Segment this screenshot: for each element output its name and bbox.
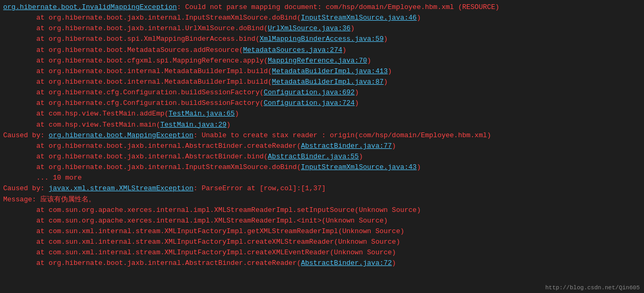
stack-text: : ParseError at [row,col]:[1,37] [193,184,326,192]
stack-link[interactable]: InputStreamXmlSource.java:46 [301,14,417,22]
console-line: Caused by: javax.xml.stream.XMLStreamExc… [3,183,641,194]
stack-text: at org.hibernate.boot.spi.XmlMappingBind… [3,35,260,43]
console-line: at org.hibernate.boot.internal.MetadataB… [3,66,641,77]
console-line: at org.hibernate.boot.jaxb.internal.Abst… [3,141,641,152]
stack-text: at com.hsp.view.TestMain.addEmp( [3,110,169,118]
console-line: at com.hsp.view.TestMain.main(TestMain.j… [3,120,641,130]
stack-text: at com.sun.org.apache.xerces.internal.im… [3,217,388,225]
stack-text: at org.hibernate.boot.jaxb.internal.Abst… [3,142,301,150]
console-line: org.hibernate.boot.InvalidMappingExcepti… [3,2,641,13]
stack-text: ) [235,110,239,118]
console-line: at org.hibernate.boot.jaxb.internal.Inpu… [3,13,641,23]
stack-text: at org.hibernate.boot.jaxb.internal.Abst… [3,153,268,161]
console-line: at com.hsp.view.TestMain.addEmp(TestMain… [3,109,641,119]
stack-text: at org.hibernate.boot.cfgxml.spi.Mapping… [3,57,268,65]
stack-link[interactable]: MetadataBuilderImpl.java:413 [272,67,387,75]
console-line: ... 10 more [3,173,641,183]
stack-text: ) [350,24,355,32]
stack-text: ) [342,46,347,54]
stack-link[interactable]: org.hibernate.boot.MappingException [49,131,193,139]
console-line: at org.hibernate.boot.internal.MetadataB… [3,77,641,87]
stack-link[interactable]: org.hibernate.boot.InvalidMappingExcepti… [3,3,177,11]
stack-link[interactable]: Configuration.java:692 [264,88,355,96]
stack-text: ) [388,67,392,75]
stack-text: Message: 应该有伪属性名。 [3,196,95,203]
console-line: at org.hibernate.boot.MetadataSources.ad… [3,45,641,56]
stack-text: at com.sun.org.apache.xerces.internal.im… [3,206,421,214]
stack-link[interactable]: MappingReference.java:70 [268,57,367,65]
console-line: at com.sun.xml.internal.stream.XMLInputF… [3,237,641,247]
stack-text: ) [417,14,421,22]
console-output: org.hibernate.boot.InvalidMappingExcepti… [0,0,644,271]
stack-text: ) [392,259,396,267]
console-line: at com.sun.xml.internal.stream.XMLInputF… [3,226,641,237]
stack-link[interactable]: AbstractBinder.java:72 [301,259,392,267]
stack-text: ) [226,121,231,129]
stack-link[interactable]: UrlXmlSource.java:36 [268,24,350,32]
stack-text: ) [384,35,388,43]
stack-text: ) [367,57,372,65]
stack-text: at com.sun.xml.internal.stream.XMLInputF… [3,248,396,256]
console-line: at com.sun.org.apache.xerces.internal.im… [3,205,641,216]
console-line: at org.hibernate.boot.spi.XmlMappingBind… [3,34,641,45]
stack-text: ) [355,99,359,107]
stack-link[interactable]: TestMain.java:65 [169,110,235,118]
console-line: at com.sun.xml.internal.stream.XMLInputF… [3,247,641,258]
stack-link[interactable]: InputStreamXmlSource.java:43 [301,163,417,171]
stack-text: ) [359,153,363,161]
console-line: at org.hibernate.cfg.Configuration.build… [3,87,641,98]
console-line: at com.sun.org.apache.xerces.internal.im… [3,216,641,226]
stack-text: ... 10 more [3,174,82,182]
stack-text: at com.sun.xml.internal.stream.XMLInputF… [3,227,404,235]
stack-text: ) [355,88,359,96]
console-line: Caused by: org.hibernate.boot.MappingExc… [3,130,641,141]
stack-text: : Unable to create stax reader : origin(… [193,131,491,139]
console-line: at org.hibernate.boot.jaxb.internal.Abst… [3,152,641,162]
console-line: at org.hibernate.cfg.Configuration.build… [3,98,641,109]
stack-link[interactable]: Configuration.java:724 [264,99,355,107]
console-line: at org.hibernate.boot.cfgxml.spi.Mapping… [3,56,641,66]
stack-link[interactable]: AbstractBinder.java:55 [268,153,359,161]
console-line: Message: 应该有伪属性名。 [3,194,641,205]
stack-link[interactable]: TestMain.java:29 [160,121,226,129]
stack-text: at org.hibernate.cfg.Configuration.build… [3,88,264,96]
stack-link[interactable]: MetadataBuilderImpl.java:87 [272,78,384,86]
stack-link[interactable]: MetadataSources.java:274 [243,46,342,54]
stack-text: Caused by: [3,184,49,192]
stack-text: : Could not parse mapping document: com/… [177,3,500,11]
console-line: at org.hibernate.boot.jaxb.internal.Inpu… [3,162,641,173]
stack-text: at org.hibernate.boot.jaxb.internal.Abst… [3,259,301,267]
stack-text: at com.sun.xml.internal.stream.XMLInputF… [3,238,400,246]
stack-link[interactable]: XmlMappingBinderAccess.java:59 [260,35,384,43]
stack-text: at org.hibernate.boot.internal.MetadataB… [3,78,272,86]
stack-text: at org.hibernate.boot.jaxb.internal.UrlX… [3,24,268,32]
stack-text: at org.hibernate.boot.internal.MetadataB… [3,67,272,75]
stack-link[interactable]: javax.xml.stream.XMLStreamException [49,184,193,192]
console-line: at org.hibernate.boot.jaxb.internal.Abst… [3,258,641,269]
stack-text: ) [384,78,388,86]
console-line: at org.hibernate.boot.jaxb.internal.UrlX… [3,23,641,34]
stack-text: at com.hsp.view.TestMain.main( [3,121,160,129]
stack-text: at org.hibernate.boot.MetadataSources.ad… [3,46,243,54]
watermark: http://blog.csdn.net/Qin605 [545,285,640,291]
stack-text: at org.hibernate.boot.jaxb.internal.Inpu… [3,163,301,171]
stack-text: ) [392,142,396,150]
stack-text: Caused by: [3,131,49,139]
stack-text: ) [417,163,421,171]
stack-text: at org.hibernate.cfg.Configuration.build… [3,99,264,107]
stack-link[interactable]: AbstractBinder.java:77 [301,142,392,150]
stack-text: at org.hibernate.boot.jaxb.internal.Inpu… [3,14,301,22]
